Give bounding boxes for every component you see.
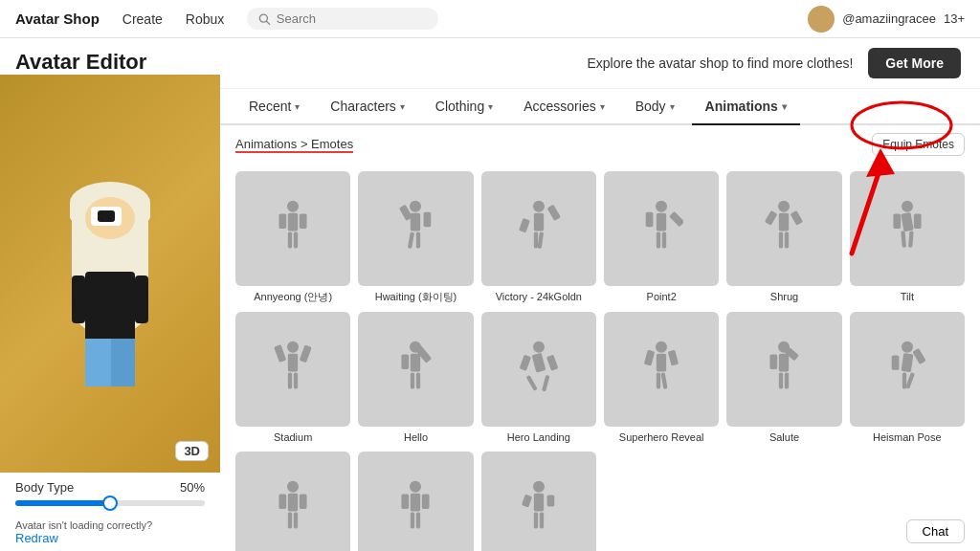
svg-rect-89 (546, 496, 554, 507)
tab-accessories[interactable]: Accessories ▾ (510, 89, 617, 125)
emote-stadium[interactable]: Stadium (235, 312, 350, 445)
search-input[interactable] (277, 11, 427, 26)
emote-hello[interactable]: Hello (358, 312, 473, 445)
svg-rect-88 (522, 495, 532, 508)
tab-clothing[interactable]: Clothing ▾ (422, 89, 506, 125)
chevron-down-icon: ▾ (670, 101, 675, 112)
svg-rect-24 (657, 232, 660, 249)
svg-rect-36 (901, 231, 906, 248)
chat-button[interactable]: Chat (906, 519, 965, 543)
tab-animations[interactable]: Animations ▾ (692, 89, 800, 125)
emote-label: Point2 (647, 290, 677, 303)
svg-rect-67 (785, 372, 789, 388)
chevron-down-icon: ▾ (600, 101, 605, 112)
svg-rect-23 (669, 211, 683, 227)
body-type-slider[interactable] (15, 500, 205, 506)
svg-rect-72 (902, 372, 906, 388)
svg-rect-79 (294, 513, 298, 529)
emote-thumb (358, 452, 473, 551)
svg-rect-55 (542, 375, 550, 392)
emote-extra1[interactable] (235, 452, 350, 551)
tab-recent[interactable]: Recent ▾ (235, 89, 313, 125)
emote-thumb (235, 452, 350, 551)
emote-label: Superhero Reveal (619, 430, 704, 444)
svg-rect-76 (279, 495, 287, 509)
emote-salute[interactable]: Salute (726, 312, 841, 445)
svg-rect-22 (646, 212, 654, 227)
svg-rect-9 (411, 213, 420, 231)
right-content: Explore the avatar shop to find more clo… (220, 38, 980, 551)
emote-label: Shrug (770, 290, 798, 303)
emote-annyeong[interactable]: Annyeong (안녕) (235, 171, 350, 304)
emote-thumb (481, 312, 596, 427)
user-age-label: 13+ (944, 11, 965, 26)
svg-rect-35 (914, 214, 922, 229)
emote-thumb (358, 312, 473, 427)
svg-rect-69 (901, 353, 913, 372)
3d-badge[interactable]: 3D (175, 441, 209, 461)
chevron-down-icon: ▾ (782, 101, 787, 112)
svg-rect-63 (779, 354, 789, 372)
nav-create[interactable]: Create (122, 11, 163, 27)
svg-point-68 (902, 342, 913, 353)
svg-rect-16 (519, 218, 530, 233)
svg-rect-51 (531, 353, 546, 373)
search-box[interactable] (247, 8, 438, 30)
svg-rect-70 (892, 355, 900, 369)
emote-label: Annyeong (안녕) (254, 290, 332, 303)
svg-rect-75 (288, 494, 298, 512)
svg-rect-29 (791, 210, 804, 226)
emote-superhero-reveal[interactable]: Superhero Reveal (604, 312, 719, 445)
redraw-link[interactable]: Redraw (15, 531, 205, 545)
emote-victory[interactable]: Victory - 24kGoldn (481, 171, 596, 304)
user-avatar-icon (808, 6, 835, 33)
get-more-button[interactable]: Get More (868, 48, 961, 78)
emote-thumb (604, 171, 719, 286)
emote-extra3[interactable] (481, 452, 596, 551)
avatar-preview: 3D (0, 75, 220, 473)
equip-emotes-button[interactable]: Equip Emotes (872, 133, 965, 156)
emote-point2[interactable]: Point2 (604, 171, 719, 304)
svg-rect-84 (411, 513, 414, 529)
tab-body[interactable]: Body ▾ (622, 89, 688, 125)
svg-rect-37 (908, 231, 914, 248)
svg-rect-91 (540, 513, 544, 529)
emote-label: Salute (769, 430, 799, 444)
emote-heisman-pose[interactable]: Heisman Pose (850, 312, 965, 445)
svg-rect-33 (901, 212, 913, 231)
emote-thumb (481, 452, 596, 551)
svg-rect-46 (402, 354, 410, 368)
svg-rect-12 (408, 232, 414, 250)
svg-rect-28 (765, 210, 778, 226)
emote-hwaiting[interactable]: Hwaiting (화이팅) (358, 171, 473, 304)
svg-point-56 (656, 342, 667, 353)
svg-rect-52 (519, 355, 531, 371)
svg-rect-54 (525, 375, 537, 391)
loading-error-text: Avatar isn't loading correctly? (15, 519, 152, 531)
svg-rect-41 (300, 344, 312, 363)
emote-tilt[interactable]: Tilt (850, 171, 965, 304)
emote-label: Hello (404, 430, 428, 444)
svg-rect-66 (779, 372, 783, 388)
svg-rect-4 (279, 214, 287, 229)
emote-label: Heisman Pose (873, 430, 942, 444)
svg-point-80 (410, 481, 421, 493)
svg-rect-17 (546, 205, 560, 221)
emote-shrug[interactable]: Shrug (726, 171, 841, 304)
username-label: @amaziingracee (842, 11, 936, 26)
emote-hero-landing[interactable]: Hero Landing (481, 312, 596, 445)
svg-rect-57 (657, 354, 666, 372)
svg-rect-83 (422, 495, 430, 509)
emote-extra2[interactable] (358, 452, 473, 551)
svg-point-38 (287, 342, 299, 353)
nav-robux[interactable]: Robux (186, 11, 224, 27)
svg-rect-40 (274, 344, 286, 363)
emote-label: Hero Landing (507, 430, 570, 444)
svg-rect-81 (411, 494, 420, 512)
top-nav: Avatar Shop Create Robux @amaziingracee … (0, 0, 980, 38)
tab-characters[interactable]: Characters ▾ (317, 89, 417, 125)
svg-point-26 (778, 201, 790, 212)
svg-rect-21 (657, 213, 666, 231)
avatar-controls: Body Type 50% (0, 473, 220, 514)
left-panel: Avatar Editor (0, 38, 220, 551)
